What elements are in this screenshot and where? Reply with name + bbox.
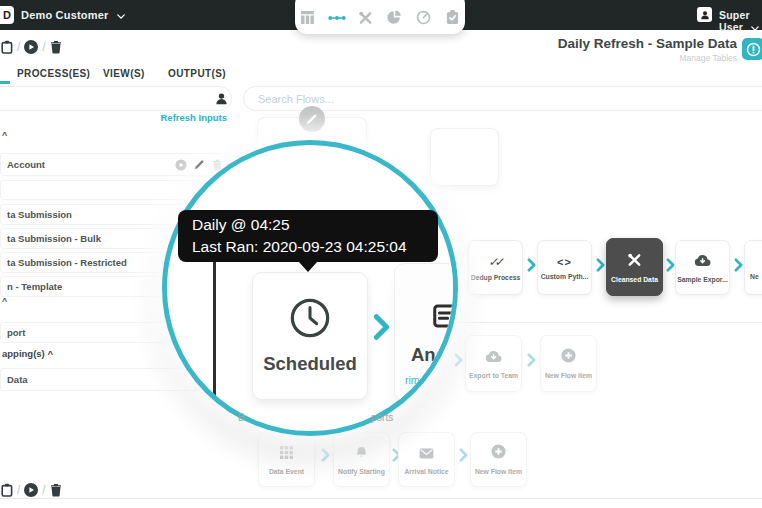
canvas-divider [448,322,762,323]
edit-pencil-icon[interactable] [194,159,205,170]
chevron-right-icon [596,258,605,276]
flow-node-new-clipped[interactable]: Ne [744,240,762,295]
node-label: Arrival Notice [404,468,448,475]
flow-node-cleansed-data[interactable]: Cleansed Data [606,238,663,296]
customer-name: Demo Customer [21,9,109,21]
node-label: New Flow Item [475,468,522,475]
flow-header: Daily Refresh - Sample Data Manage Table… [558,36,737,63]
sidebar-item-account[interactable]: Account [0,153,230,176]
gauge-icon[interactable] [415,9,433,26]
pencil-badge-icon [299,106,325,132]
person-icon [700,10,710,20]
tables-icon[interactable] [299,9,317,26]
schedule-tooltip: Daily @ 04:25 Last Ran: 2020-09-23 04:25… [178,210,438,262]
cloud-download-icon [694,253,711,271]
customer-switcher[interactable]: Demo Customer [21,9,125,21]
tooltip-caret [298,261,318,272]
tab-views[interactable]: VIEW(S) [103,68,145,79]
cloud-download-icon [485,349,502,367]
node-label: Analy [411,344,458,366]
bottom-divider [0,498,762,499]
person-icon[interactable] [215,91,228,109]
section-label-fragment: B [238,412,245,423]
flow-node-dedup-process[interactable]: ✓✓ Dedup Process [468,240,523,295]
node-label: Scheduled [263,353,357,375]
app-window: D Demo Customer Super User [0,0,762,508]
chevron-right-icon [321,448,330,466]
flow-node-sample-export[interactable]: Sample Expor... [675,240,730,295]
node-label: Export to Team [469,372,518,379]
section-caret[interactable]: ^ [2,296,7,306]
info-button[interactable] [742,38,762,60]
tab-processes[interactable]: PROCESS(ES) [17,68,90,79]
node-label: Sample Expor... [677,276,728,283]
refresh-inputs-link[interactable]: Refresh Inputs [160,112,227,123]
section-header-mappings[interactable]: apping(s) ^ [2,348,53,359]
page-title: Daily Refresh - Sample Data [558,36,737,51]
app-logo[interactable]: D [0,6,14,24]
run-icon[interactable] [24,40,38,54]
flows-icon[interactable] [328,9,346,26]
flow-node-data-event[interactable]: Data Event [258,432,315,487]
flow-node-analyze[interactable]: Analy rim... [394,263,458,401]
flow-node-new-flow-item[interactable]: New Flow Item [540,335,597,392]
separator-slash: / [17,483,20,497]
manage-tables-link[interactable]: Manage Tables [558,53,737,63]
clock-icon [289,297,331,343]
grid-icon [280,445,293,463]
node-label: New Flow Item [545,372,592,379]
separator-slash: / [42,483,45,497]
tab-outputs[interactable]: OUTPUT(S) [168,68,226,79]
magnified-divider [213,259,216,431]
section-caret[interactable]: ^ [2,130,7,140]
separator-slash: / [17,40,20,54]
code-icon: <> [557,256,572,268]
tools-icon[interactable] [357,9,375,26]
flow-node-notify-starting[interactable]: Notify Starting [333,432,390,487]
node-label: Dedup Process [471,274,520,281]
magnifier-lens: Scheduled Analy rim... [162,140,458,436]
separator-slash: / [42,40,45,54]
node-label: Data Event [269,468,304,475]
clipboard-check-icon[interactable] [444,9,462,26]
pie-chart-icon[interactable] [386,9,404,26]
delete-icon[interactable] [50,483,62,497]
user-avatar[interactable] [697,7,712,22]
node-label: Custom Pyth... [541,273,589,280]
flows-search-input[interactable] [244,87,762,110]
flow-node-export-to-team[interactable]: Export to Team [465,335,522,392]
chevron-down-icon [117,9,125,21]
chevron-right-icon [734,258,743,276]
chevron-right-icon [459,448,468,466]
active-tab-underline [0,81,10,84]
chevron-right-icon [373,313,390,345]
flow-node-custom-python[interactable]: <> Custom Pyth... [537,240,592,295]
delete-icon[interactable] [50,40,62,54]
plus-circle-icon [561,348,576,367]
flow-node-new-flow-item-2[interactable]: New Flow Item [470,432,527,487]
flow-actionbar-top: / / [1,40,62,54]
flows-search [243,86,762,111]
tools-icon [627,252,642,271]
double-check-icon: ✓✓ [488,255,503,269]
flow-node-scheduled[interactable]: Scheduled [252,272,368,400]
run-icon[interactable] [175,159,187,171]
plus-circle-icon [491,444,506,463]
sidebar-search [0,86,232,111]
run-icon[interactable] [24,483,38,497]
node-label: Notify Starting [338,468,385,475]
chevron-right-icon [454,353,463,371]
chevron-right-icon [527,353,536,371]
tooltip-line-1: Daily @ 04:25 [192,216,424,235]
chevron-right-icon [527,258,536,276]
flow-node-arrival-notice[interactable]: Arrival Notice [398,432,455,487]
copy-icon[interactable] [1,40,13,54]
node-label: Cleansed Data [611,276,658,283]
node-sublabel: rim... [405,374,428,386]
item-label: Data [7,374,186,385]
module-switcher-panel [295,0,465,34]
user-name: Super User [719,9,750,33]
user-menu[interactable]: Super User [719,9,762,33]
copy-icon[interactable] [1,483,13,497]
flow-node-partial[interactable] [430,128,499,186]
